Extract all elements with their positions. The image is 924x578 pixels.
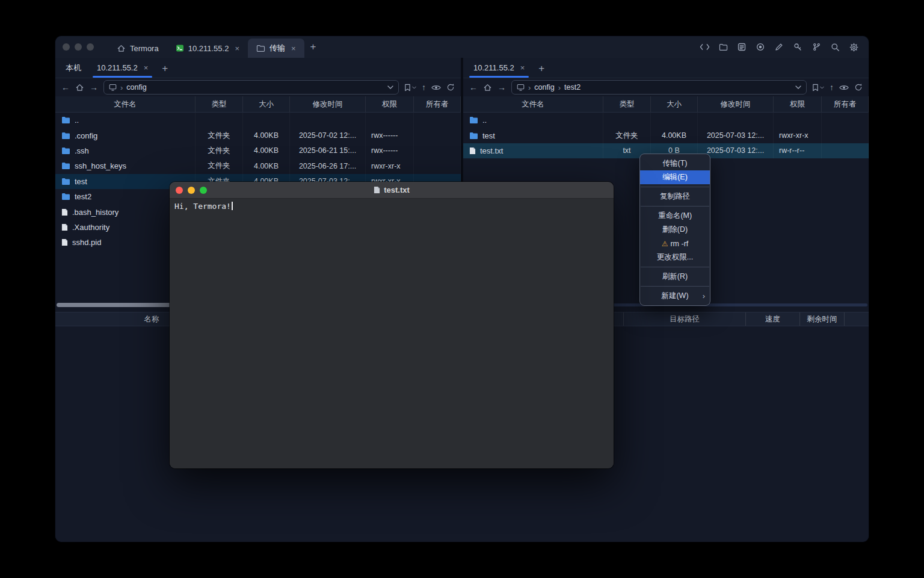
file-modified: 2025-06-21 15:... (290, 143, 366, 158)
key-icon[interactable] (792, 42, 803, 52)
context-menu-item[interactable]: ⚠ 编辑(E) › (640, 170, 710, 184)
path-bar[interactable]: › config › test2 (511, 80, 807, 95)
search-icon[interactable] (830, 42, 840, 52)
file-name: .Xauthority (72, 223, 109, 232)
folder-icon (61, 116, 70, 124)
close-tab-icon[interactable]: × (144, 63, 149, 72)
new-tab-button[interactable]: + (304, 36, 322, 58)
file-modified: 2025-07-03 12:... (698, 128, 774, 143)
column-header-owner[interactable]: 所有者 (822, 96, 869, 112)
forward-icon[interactable]: → (90, 83, 98, 92)
breadcrumb-segment[interactable]: config (126, 83, 146, 92)
context-menu-item[interactable]: ⚠ rm -rf › (640, 237, 710, 250)
new-tab-button[interactable]: + (156, 58, 174, 79)
column-header-modified[interactable]: 修改时间 (290, 96, 366, 112)
column-header-perms[interactable]: 权限 (366, 96, 414, 112)
refresh-icon[interactable] (854, 83, 863, 92)
context-menu-item[interactable]: ⚠ 复制路径 › (640, 190, 710, 204)
file-row[interactable]: .. (55, 113, 461, 128)
path-bar[interactable]: › config (103, 80, 399, 95)
breadcrumb-segment[interactable]: config (534, 83, 554, 92)
zoom-window-button[interactable] (200, 187, 207, 194)
close-window-button[interactable] (63, 43, 70, 51)
chevron-down-icon[interactable] (387, 85, 393, 89)
close-tab-icon[interactable]: × (520, 63, 525, 72)
column-header-owner[interactable]: 所有者 (414, 96, 461, 112)
new-tab-button[interactable]: + (532, 58, 550, 79)
left-panel-tabs: 本机 10.211.55.2 × + (55, 58, 461, 78)
bookmark-button[interactable] (812, 84, 824, 92)
column-header-filename[interactable]: 文件名 (463, 96, 603, 112)
eye-icon[interactable] (431, 84, 441, 91)
context-menu-item[interactable]: ⚠ 传输(T) › (640, 157, 710, 170)
context-menu-item[interactable]: ⚠ 新建(W) › (640, 289, 710, 303)
context-menu-item[interactable]: ⚠ › (640, 284, 710, 289)
file-type (196, 113, 243, 128)
branch-icon[interactable] (811, 42, 822, 52)
folder-icon[interactable] (718, 42, 728, 52)
column-header-filename[interactable]: 文件名 (55, 96, 196, 112)
close-window-button[interactable] (176, 187, 183, 194)
file-modified (290, 113, 366, 128)
file-name: test2 (75, 192, 91, 201)
eye-icon[interactable] (839, 84, 849, 91)
editor-titlebar[interactable]: test.txt (170, 182, 614, 199)
context-menu-item[interactable]: ⚠ 刷新(R) › (640, 270, 710, 284)
edit-icon[interactable] (774, 42, 784, 52)
back-icon[interactable]: ← (61, 83, 70, 92)
forward-icon[interactable]: → (497, 83, 506, 92)
window-controls (63, 36, 94, 58)
file-name-cell: test (463, 128, 603, 143)
back-icon[interactable]: ← (469, 83, 478, 92)
file-row[interactable]: .config 文件夹 4.00KB 2025-07-02 12:... rwx… (55, 128, 461, 143)
close-tab-icon[interactable]: × (291, 44, 296, 53)
context-menu-item[interactable]: ⚠ › (640, 264, 710, 270)
column-header-type[interactable]: 类型 (196, 96, 243, 112)
context-menu-item[interactable]: ⚠ 重命名(M) › (640, 209, 710, 223)
refresh-icon[interactable] (446, 83, 455, 92)
home-icon[interactable] (75, 83, 84, 92)
chevron-right-icon: › (558, 83, 561, 92)
close-tab-icon[interactable]: × (235, 44, 239, 53)
bookmark-button[interactable] (404, 84, 416, 92)
tab-transfer[interactable]: 传输 × (248, 39, 304, 58)
context-menu: ⚠ 传输(T) › ⚠ 编辑(E) › ⚠ › ⚠ 复制路径 › ⚠ › ⚠ (639, 154, 710, 306)
bookmark-icon (404, 84, 411, 92)
transfer-column-target[interactable]: 目标路径 (623, 312, 746, 326)
file-row[interactable]: .ssh 文件夹 4.00KB 2025-06-21 15:... rwx---… (55, 143, 461, 158)
zoom-window-button[interactable] (87, 43, 94, 51)
tab-ssh-session[interactable]: 10.211.55.2 × (167, 39, 248, 58)
file-row[interactable]: ssh_host_keys 文件夹 4.00KB 2025-06-26 17:.… (55, 158, 461, 173)
upload-icon[interactable]: ↑ (830, 83, 834, 92)
column-header-perms[interactable]: 权限 (774, 96, 822, 112)
tab-termora-home[interactable]: Termora (108, 39, 167, 58)
tab-local[interactable]: 本机 (58, 58, 89, 78)
code-icon[interactable] (699, 42, 710, 52)
minimize-window-button[interactable] (188, 187, 195, 194)
log-icon[interactable] (736, 42, 747, 52)
file-row[interactable]: test 文件夹 4.00KB 2025-07-03 12:... rwxr-x… (463, 128, 869, 143)
transfer-column-speed[interactable]: 速度 (746, 312, 800, 326)
file-row[interactable]: .. (463, 113, 869, 128)
record-icon[interactable] (755, 42, 766, 52)
context-menu-item[interactable]: ⚠ › (640, 184, 710, 190)
tab-remote-host[interactable]: 10.211.55.2 × (89, 58, 156, 78)
editor-content[interactable]: Hi, Termora! (170, 199, 614, 468)
upload-icon[interactable]: ↑ (422, 83, 426, 92)
minimize-window-button[interactable] (75, 43, 82, 51)
chevron-down-icon[interactable] (795, 85, 801, 89)
column-header-size[interactable]: 大小 (243, 96, 290, 112)
settings-icon[interactable] (848, 42, 859, 52)
transfer-column-remaining[interactable]: 剩余时间 (800, 312, 845, 326)
column-header-modified[interactable]: 修改时间 (698, 96, 774, 112)
tab-label: 传输 (270, 43, 285, 54)
column-header-size[interactable]: 大小 (651, 96, 698, 112)
tab-remote-host[interactable]: 10.211.55.2 × (466, 58, 532, 78)
context-menu-item[interactable]: ⚠ › (640, 204, 710, 209)
context-menu-item[interactable]: ⚠ 删除(D) › (640, 223, 710, 237)
home-icon[interactable] (483, 83, 492, 92)
file-type: 文件夹 (196, 143, 243, 158)
context-menu-item[interactable]: ⚠ 更改权限... › (640, 250, 710, 264)
column-header-type[interactable]: 类型 (603, 96, 651, 112)
breadcrumb-segment[interactable]: test2 (564, 83, 581, 92)
